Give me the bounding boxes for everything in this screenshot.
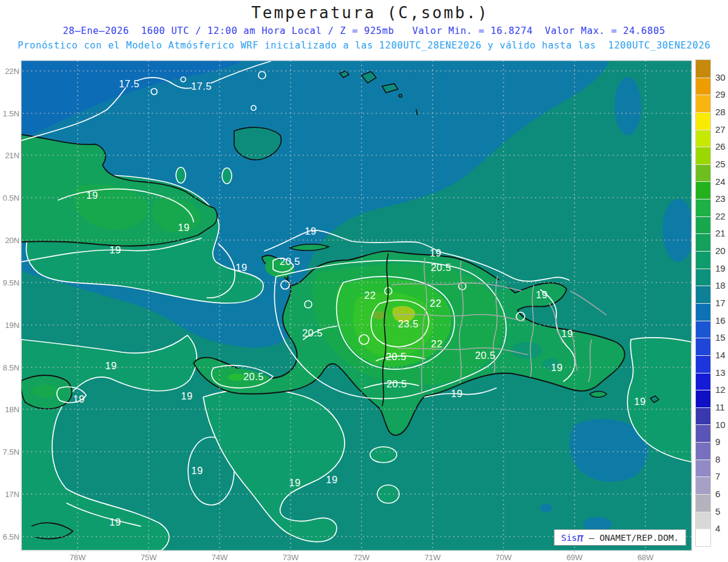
- colorbar-cell: [696, 199, 710, 216]
- colorbar-cell: [696, 424, 710, 442]
- colorbar-cell: [696, 251, 710, 269]
- lon-tick-label: 75W: [141, 553, 157, 562]
- sispi-logo-text: Sis: [561, 533, 577, 543]
- lat-tick-label: 18N: [0, 405, 19, 414]
- colorbar-cell: [696, 286, 710, 303]
- colorbar-tick-label: 22: [715, 210, 726, 221]
- lat-tick-label: 0.5N: [0, 193, 19, 202]
- colorbar-tick-label: 26: [715, 141, 726, 152]
- colorbar-cell: [696, 442, 710, 460]
- colorbar-tick-label: 4: [715, 523, 720, 534]
- colorbar-tick-label: 8: [715, 453, 720, 464]
- lat-tick-label: 19N: [0, 321, 19, 330]
- lon-tick-label: 74W: [212, 553, 228, 562]
- lat-tick-label: 6.5N: [0, 532, 19, 541]
- colorbar-tick-label: 20: [715, 246, 726, 256]
- colorbar-cell: [696, 216, 710, 234]
- colorbar-tick-label: 13: [715, 367, 726, 377]
- lon-tick-label: 71W: [425, 553, 441, 562]
- colorbar-cell: [696, 269, 710, 286]
- colorbar-tick-label: 30: [715, 72, 726, 82]
- colorbar-cell: [696, 130, 710, 147]
- colorbar-tick-label: 7: [715, 471, 720, 481]
- colorbar-cell: [696, 233, 710, 251]
- lon-tick-label: 76W: [70, 553, 86, 562]
- lat-tick-label: 9.5N: [0, 278, 19, 287]
- colorbar-tick-label: 14: [715, 349, 726, 360]
- tiburon-warmer: [228, 373, 245, 381]
- colorbar-cell: [696, 78, 710, 95]
- colorbar-cell: [696, 338, 710, 355]
- colorbar-tick-label: 12: [715, 384, 726, 395]
- cool-land-spot: [511, 342, 542, 359]
- colorbar-cell: [696, 147, 710, 164]
- colorbar-tick-label: 29: [715, 89, 726, 99]
- lat-tick-label: 7.5N: [0, 447, 19, 457]
- colorbar-cell: [696, 112, 710, 130]
- colorbar-cell: [696, 390, 710, 407]
- colorbar-cell: [696, 181, 710, 199]
- colorbar-cell: [696, 477, 710, 494]
- colorbar-tick-label: 28: [715, 106, 726, 116]
- colorbar-cell: [696, 60, 710, 78]
- colorbar-cell: [696, 303, 710, 321]
- lon-tick-label: 69W: [567, 553, 583, 562]
- colorbar-tick-label: 18: [715, 280, 726, 290]
- colorbar-tick-label: 24: [715, 176, 726, 186]
- lat-tick-label: 1.5N: [0, 109, 19, 118]
- colorbar-tick-label: 6: [715, 489, 720, 499]
- forecast-map: [0, 0, 728, 562]
- colorbar-tick-label: 15: [715, 332, 726, 343]
- colorbar-tick-label: 11: [715, 401, 725, 412]
- colorbar-tick-label: 16: [715, 315, 726, 325]
- colorbar-cell: [696, 321, 710, 338]
- colorbar-cell: [696, 164, 710, 182]
- colorbar-tick-label: 25: [715, 158, 726, 169]
- warm-spot: [222, 168, 232, 184]
- colorbar-tick-label: 9: [715, 437, 720, 447]
- colorbar-cell: [696, 373, 710, 390]
- colorbar-cell: [696, 355, 710, 373]
- colorbar-tick-label: 19: [715, 263, 726, 273]
- colorbar-tick-label: 10: [715, 419, 726, 429]
- lat-tick-label: 17N: [0, 490, 19, 499]
- weather-map-page: Temperatura (C,somb.) 28–Ene–2026 1600 U…: [0, 0, 728, 562]
- warm-spot: [176, 167, 186, 183]
- colorbar-cell: [696, 95, 710, 112]
- credit-box: Sisπ – ONAMET/REP.DOM.: [554, 529, 686, 546]
- olive-spot: [373, 311, 385, 319]
- colorbar-cell: [696, 460, 710, 477]
- jamaica-highlands: [32, 384, 59, 398]
- colorbar-cell: [696, 494, 710, 512]
- pi-icon: π: [577, 534, 584, 542]
- colorbar-tick-label: 21: [715, 228, 726, 238]
- lat-tick-label: 22N: [0, 67, 19, 76]
- colorbar-tick-label: 5: [715, 506, 720, 516]
- lat-tick-label: 8.5N: [0, 363, 19, 372]
- colorbar-tick-label: 17: [715, 298, 726, 308]
- colorbar-tick-label: 23: [715, 193, 726, 204]
- saona-island: [590, 392, 607, 398]
- lon-tick-label: 73W: [283, 553, 299, 562]
- colorbar-cell: [696, 512, 710, 529]
- lat-tick-label: 20N: [0, 236, 19, 245]
- credit-text: – ONAMET/REP.DOM.: [584, 533, 679, 543]
- colorbar-tick-label: 27: [715, 124, 726, 134]
- lon-tick-label: 68W: [638, 553, 654, 562]
- colorbar: [695, 59, 711, 547]
- warm-spot: [370, 447, 397, 463]
- lon-tick-label: 72W: [354, 553, 370, 562]
- lon-tick-label: 70W: [496, 553, 512, 562]
- colorbar-cell: [696, 529, 710, 546]
- lat-tick-label: 21N: [0, 151, 19, 160]
- colorbar-cell: [696, 407, 710, 425]
